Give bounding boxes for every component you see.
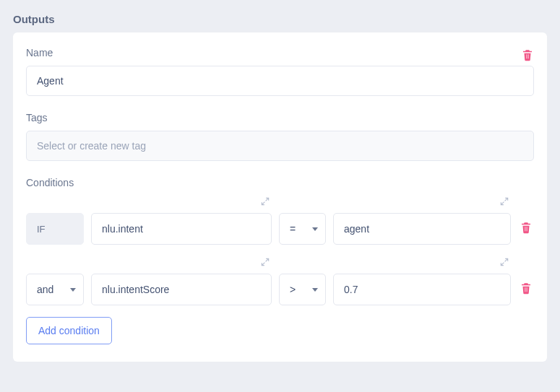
conditions-label: Conditions	[26, 177, 534, 188]
expand-icon[interactable]	[260, 196, 270, 209]
conditions-group: Conditions IF	[26, 177, 534, 344]
trash-icon[interactable]	[520, 281, 533, 298]
condition-row: and >	[26, 256, 534, 305]
caret-down-icon	[312, 288, 318, 292]
condition-value-input[interactable]	[333, 213, 511, 245]
condition-operator-select[interactable]: >	[279, 274, 326, 305]
tags-input[interactable]	[26, 131, 534, 161]
condition-value-input[interactable]	[333, 274, 511, 305]
condition-field-input[interactable]	[91, 274, 272, 305]
tags-label: Tags	[26, 112, 534, 123]
trash-icon[interactable]	[521, 48, 534, 65]
caret-down-icon	[70, 288, 76, 292]
tags-field-group: Tags	[26, 112, 534, 161]
outputs-panel: Name Tags Conditions IF	[13, 32, 547, 362]
condition-operator-value: >	[290, 284, 296, 295]
expand-icon[interactable]	[499, 196, 509, 209]
condition-row: IF =	[26, 196, 534, 245]
expand-icon[interactable]	[260, 257, 270, 270]
condition-logical-label: IF	[37, 224, 46, 235]
condition-logical-select[interactable]: and	[26, 274, 84, 305]
caret-down-icon	[312, 227, 318, 231]
condition-logical-if: IF	[26, 213, 84, 245]
condition-logical-label: and	[37, 284, 53, 295]
add-condition-button[interactable]: Add condition	[26, 317, 112, 344]
condition-operator-select[interactable]: =	[279, 213, 326, 245]
expand-icon[interactable]	[499, 257, 509, 270]
condition-field-input[interactable]	[91, 213, 272, 245]
section-title: Outputs	[13, 13, 560, 25]
condition-operator-value: =	[290, 223, 296, 235]
name-label: Name	[26, 47, 53, 58]
name-input[interactable]	[26, 66, 534, 96]
name-field-group: Name	[26, 47, 534, 96]
trash-icon[interactable]	[520, 220, 533, 238]
